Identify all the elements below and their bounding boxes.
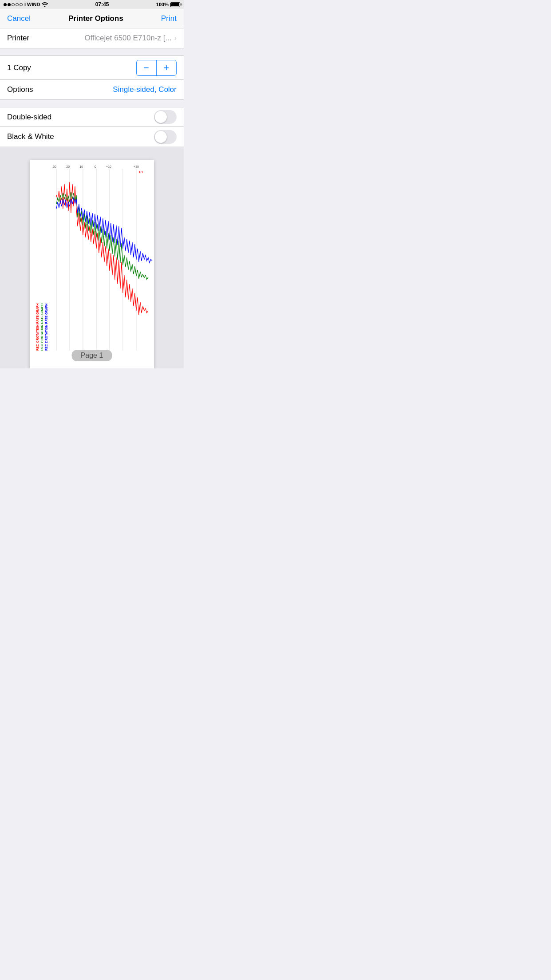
settings-group-copy: 1 Copy − + Options Single-sided, Color bbox=[0, 56, 184, 99]
double-sided-knob bbox=[155, 111, 167, 123]
svg-text:+10: +10 bbox=[106, 165, 111, 168]
settings-group-sides: Double-sided Black & White bbox=[0, 107, 184, 146]
carrier-label: I WIND bbox=[24, 2, 40, 7]
page-label: Page 1 bbox=[72, 350, 112, 361]
group-divider-2 bbox=[0, 99, 184, 107]
cancel-button[interactable]: Cancel bbox=[7, 14, 31, 23]
options-label: Options bbox=[7, 85, 33, 94]
svg-text:-20: -20 bbox=[65, 165, 70, 168]
group-divider-1 bbox=[0, 48, 184, 56]
status-bar: I WIND 07:45 100% bbox=[0, 0, 184, 9]
svg-text:-30: -30 bbox=[52, 165, 56, 168]
copy-label: 1 Copy bbox=[7, 63, 31, 72]
settings-group-printer: Printer Officejet 6500 E710n-z [... › bbox=[0, 28, 184, 48]
signal-dot-1 bbox=[4, 3, 7, 6]
svg-text:REC Z ROTATION RATE GRAPH: REC Z ROTATION RATE GRAPH bbox=[45, 304, 48, 351]
printer-row[interactable]: Printer Officejet 6500 E710n-z [... › bbox=[0, 28, 184, 48]
nav-bar: Cancel Printer Options Print bbox=[0, 9, 184, 28]
black-white-knob bbox=[155, 131, 167, 143]
svg-text:REC Y ROTATION RATE GRAPH: REC Y ROTATION RATE GRAPH bbox=[40, 304, 43, 351]
status-right: 100% bbox=[156, 2, 180, 7]
double-sided-toggle[interactable] bbox=[154, 110, 177, 124]
preview-area: -30 -20 -10 0 +10 +30 1/1 REC X ROTATION… bbox=[0, 146, 184, 368]
battery-percent: 100% bbox=[156, 2, 169, 7]
battery-icon bbox=[170, 2, 180, 7]
svg-text:0: 0 bbox=[94, 165, 96, 168]
status-time: 07:45 bbox=[95, 1, 109, 8]
printer-label: Printer bbox=[7, 34, 29, 43]
copy-stepper: − + bbox=[136, 60, 177, 76]
svg-text:REC X ROTATION RATE GRAPH: REC X ROTATION RATE GRAPH bbox=[36, 303, 39, 351]
printer-value: Officejet 6500 E710n-z [... › bbox=[84, 34, 177, 43]
signal-dot-3 bbox=[12, 3, 15, 6]
page-title: Printer Options bbox=[68, 14, 123, 23]
signal-dot-4 bbox=[16, 3, 19, 6]
signal-dot-5 bbox=[20, 3, 23, 6]
signal-dots bbox=[4, 3, 23, 6]
status-left: I WIND bbox=[4, 2, 48, 7]
black-white-row: Black & White bbox=[0, 127, 184, 146]
wifi-icon bbox=[42, 2, 48, 7]
black-white-label: Black & White bbox=[7, 132, 54, 141]
copy-row: 1 Copy − + bbox=[0, 56, 184, 80]
graph-svg: -30 -20 -10 0 +10 +30 1/1 REC X ROTATION… bbox=[30, 160, 154, 364]
chevron-icon: › bbox=[174, 34, 177, 42]
decrement-button[interactable]: − bbox=[137, 60, 156, 75]
options-row[interactable]: Options Single-sided, Color bbox=[0, 80, 184, 99]
print-button[interactable]: Print bbox=[161, 14, 177, 23]
double-sided-label: Double-sided bbox=[7, 113, 51, 122]
double-sided-row: Double-sided bbox=[0, 107, 184, 127]
increment-button[interactable]: + bbox=[157, 60, 176, 75]
svg-text:1/1: 1/1 bbox=[138, 170, 144, 174]
svg-text:-10: -10 bbox=[79, 165, 83, 168]
printer-name: Officejet 6500 E710n-z [... bbox=[84, 34, 171, 43]
black-white-toggle[interactable] bbox=[154, 130, 177, 144]
options-value: Single-sided, Color bbox=[113, 85, 177, 94]
signal-dot-2 bbox=[8, 3, 11, 6]
preview-page: -30 -20 -10 0 +10 +30 1/1 REC X ROTATION… bbox=[30, 160, 154, 368]
svg-text:+30: +30 bbox=[134, 165, 139, 168]
